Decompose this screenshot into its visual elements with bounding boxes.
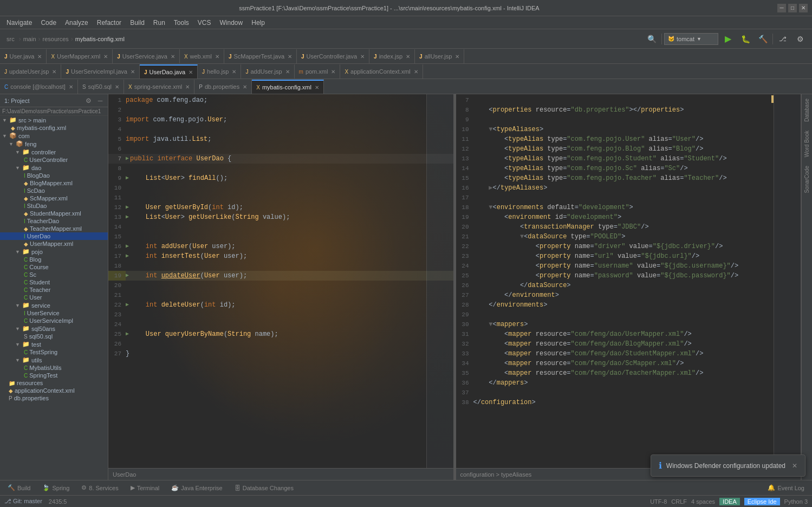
tab-scmappertest-java[interactable]: J ScMapperTest.java✕ (224, 49, 297, 63)
menu-help[interactable]: Help (247, 18, 269, 28)
tree-item-resources2[interactable]: 📁 resources (0, 379, 108, 387)
tab-hello-jsp[interactable]: J hello.jsp✕ (198, 64, 241, 79)
tree-item-sc[interactable]: C Sc (0, 271, 108, 278)
git-branch-status[interactable]: ⎇ Git: master (4, 498, 42, 505)
tree-item-mybatisutils[interactable]: C MybatisUtils (0, 364, 108, 372)
eclipse-label[interactable]: Eclipse Ide (744, 498, 780, 505)
tree-item-service[interactable]: ▼ 📁 service (0, 301, 108, 309)
tree-item-teacher[interactable]: C Teacher (0, 286, 108, 294)
sidebar-settings-btn[interactable]: ⚙ (83, 95, 94, 106)
bottom-tab-services[interactable]: ⚙ 8. Services (76, 483, 124, 492)
tree-item-utils[interactable]: ▼ 📁 utils (0, 356, 108, 364)
tree-item-blog[interactable]: C Blog (0, 256, 108, 263)
tree-item-userserviceimpl[interactable]: C UserServiceImpl (0, 317, 108, 324)
tree-item-pojo[interactable]: ▼ 📁 pojo (0, 248, 108, 256)
tab-userserviceimpl-java[interactable]: J UserServiceImpl.java✕ (61, 64, 139, 79)
bottom-tab-spring[interactable]: 🍃 Spring (37, 483, 75, 492)
tree-item-teachermapper[interactable]: ◆ TeacherMapper.xml (0, 225, 108, 232)
spaces-status[interactable]: 4 spaces (691, 498, 715, 505)
tree-item-mybatis[interactable]: ◆ mybatis-config.xml (0, 124, 108, 132)
tomcat-selector[interactable]: 🐱 tomcat ▼ (664, 33, 718, 45)
debug-button[interactable]: 🐛 (738, 31, 753, 47)
menu-refactor[interactable]: Refactor (93, 18, 126, 28)
run-gutter-9[interactable]: ▶ (126, 173, 129, 183)
menu-build[interactable]: Build (126, 18, 149, 28)
encoding-status[interactable]: UTF-8 (650, 498, 667, 505)
line-sep-status[interactable]: CRLF (671, 498, 687, 505)
bottom-tab-terminal[interactable]: ▶ Terminal (125, 483, 165, 492)
tree-item-user[interactable]: C User (0, 294, 108, 301)
tab-usercontroller-java[interactable]: J UserController.java✕ (297, 49, 369, 63)
ide-label[interactable]: IDEA (719, 498, 740, 505)
tree-item-scdao[interactable]: I ScDao (0, 187, 108, 194)
git-button[interactable]: ⎇ (775, 31, 790, 47)
bottom-tab-dbchanges[interactable]: 🗄 Database Changes (229, 484, 299, 492)
tree-item-usermapper[interactable]: ◆ UserMapper.xml (0, 240, 108, 248)
settings-button[interactable]: ⚙ (792, 31, 808, 47)
tab-index-jsp[interactable]: J index.jsp✕ (369, 49, 415, 63)
run-gutter-19[interactable]: ▶ (126, 271, 129, 281)
run-gutter-7[interactable]: ▶ (126, 154, 129, 164)
center-code-panel[interactable]: 1package com.feng.dao; 2 3import com.fen… (108, 94, 454, 480)
right-code-panel[interactable]: 7 8 <properties resource="db.properties"… (456, 94, 802, 480)
tab-pom-xml[interactable]: m pom.xml✕ (295, 64, 341, 79)
menu-run[interactable]: Run (149, 18, 170, 28)
tree-item-blogdao[interactable]: I BlogDao (0, 172, 108, 179)
tree-item-sql50sql[interactable]: S sql50.sql (0, 333, 108, 340)
bottom-tab-build[interactable]: 🔨 Build (2, 483, 36, 492)
tab-adduser-jsp[interactable]: J addUser.jsp✕ (241, 64, 294, 79)
menu-navigate[interactable]: Navigate (2, 18, 36, 28)
tree-item-sql50ans[interactable]: ▼ 📁 sql50ans (0, 324, 108, 333)
tab-db-properties[interactable]: P db.properties✕ (194, 80, 252, 94)
tree-item-course[interactable]: C Course (0, 263, 108, 271)
bottom-tab-javaenterprise[interactable]: ☕ Java Enterprise (166, 483, 228, 492)
center-code-content[interactable]: 1package com.feng.dao; 2 3import com.fen… (108, 94, 453, 468)
database-label[interactable]: Database (803, 94, 811, 126)
run-gutter-16[interactable]: ▶ (126, 242, 129, 251)
tree-item-usercontroller[interactable]: C UserController (0, 156, 108, 164)
tree-item-userdao[interactable]: I UserDao (0, 232, 108, 240)
tab-web-xml[interactable]: X web.xml✕ (180, 49, 224, 63)
tree-item-controller[interactable]: ▼ 📁 controller (0, 148, 108, 156)
close-btn[interactable]: ✕ (799, 4, 808, 12)
tab-applicationcontext-xml[interactable]: X applicationContext.xml✕ (340, 64, 423, 79)
tab-userdao-java[interactable]: J UserDao.java✕ (140, 64, 198, 79)
tab-alluser-jsp[interactable]: J allUser.jsp✕ (415, 49, 464, 63)
maximize-btn[interactable]: □ (788, 4, 797, 12)
tree-item-studentmapper[interactable]: ◆ StudentMapper.xml (0, 210, 108, 217)
run-gutter-12[interactable]: ▶ (126, 203, 129, 212)
tab-updateuser-jsp[interactable]: J updateUser.jsp✕ (0, 64, 61, 79)
menu-code[interactable]: Code (36, 18, 61, 28)
tab-sql50[interactable]: S sql50.sql✕ (78, 80, 124, 94)
tree-item-studao[interactable]: I StuDao (0, 202, 108, 210)
minimize-btn[interactable]: ─ (777, 4, 786, 12)
tab-mybatis-config[interactable]: X mybatis-config.xml✕ (252, 80, 324, 94)
tree-item-student[interactable]: C Student (0, 278, 108, 286)
build-button[interactable]: 🔨 (755, 31, 770, 47)
tree-item-applicationcontext[interactable]: ◆ applicationContext.xml (0, 387, 108, 394)
tree-item-test[interactable]: ▼ 📁 test (0, 340, 108, 348)
menu-analyze[interactable]: Analyze (61, 18, 93, 28)
tree-item-testspring[interactable]: C TestSpring (0, 348, 108, 356)
tab-user-java[interactable]: J User.java✕ (0, 49, 47, 63)
python-label[interactable]: Python 3 (784, 498, 808, 505)
search-icon[interactable]: 🔍 (644, 31, 659, 47)
run-gutter-13[interactable]: ▶ (126, 212, 129, 222)
tree-item-springtest[interactable]: C SpringTest (0, 372, 108, 379)
tab-usermapper-xml[interactable]: X UserMapper.xml✕ (47, 49, 113, 63)
run-gutter-22[interactable]: ▶ (126, 300, 129, 310)
toast-close-btn[interactable]: ✕ (792, 462, 797, 470)
run-gutter-17[interactable]: ▶ (126, 251, 129, 261)
tree-item-com[interactable]: ▼ 📦 com (0, 132, 108, 140)
wordbook-label[interactable]: Word Book (803, 126, 811, 161)
tree-item-dao[interactable]: ▼ 📁 dao (0, 164, 108, 172)
tree-item-teacherdao[interactable]: I TeacherDao (0, 217, 108, 225)
tree-item-scmapper[interactable]: ◆ ScMapper.xml (0, 194, 108, 202)
menu-tools[interactable]: Tools (170, 18, 193, 28)
tab-userservice-java[interactable]: J UserService.java✕ (113, 49, 180, 63)
sidebar-hide-btn[interactable]: ─ (95, 95, 106, 106)
menu-vcs[interactable]: VCS (193, 18, 216, 28)
sonarcode-label[interactable]: SonarCode (803, 161, 811, 198)
tree-item-dbproperties[interactable]: P db.properties (0, 394, 108, 402)
right-code-content[interactable]: 7 8 <properties resource="db.properties"… (456, 94, 801, 468)
